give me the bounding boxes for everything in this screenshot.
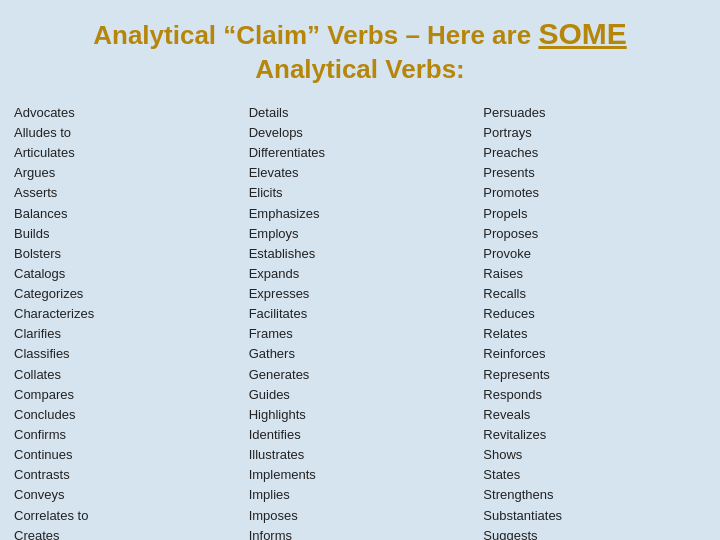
list-item: Raises <box>483 264 706 284</box>
list-item: Concludes <box>14 405 237 425</box>
list-item: Portrays <box>483 123 706 143</box>
list-item: Reveals <box>483 405 706 425</box>
list-item: Establishes <box>249 244 472 264</box>
list-item: Illustrates <box>249 445 472 465</box>
list-item: Informs <box>249 526 472 540</box>
list-item: Reinforces <box>483 344 706 364</box>
column-3: PersuadesPortraysPreachesPresentsPromote… <box>477 101 712 540</box>
column-3-list: PersuadesPortraysPreachesPresentsPromote… <box>483 103 706 540</box>
list-item: Classifies <box>14 344 237 364</box>
column-1-list: AdvocatesAlludes toArticulatesArguesAsse… <box>14 103 237 540</box>
list-item: Shows <box>483 445 706 465</box>
list-item: Implies <box>249 485 472 505</box>
title-line1: Analytical “Claim” Verbs – Here are SOME <box>93 20 626 50</box>
list-item: Details <box>249 103 472 123</box>
list-item: Recalls <box>483 284 706 304</box>
list-item: Collates <box>14 365 237 385</box>
list-item: Imposes <box>249 506 472 526</box>
list-item: Continues <box>14 445 237 465</box>
list-item: Catalogs <box>14 264 237 284</box>
list-item: Facilitates <box>249 304 472 324</box>
list-item: Compares <box>14 385 237 405</box>
list-item: Argues <box>14 163 237 183</box>
list-item: Highlights <box>249 405 472 425</box>
column-1: AdvocatesAlludes toArticulatesArguesAsse… <box>8 101 243 540</box>
list-item: Presents <box>483 163 706 183</box>
list-item: Promotes <box>483 183 706 203</box>
list-item: Bolsters <box>14 244 237 264</box>
list-item: Propels <box>483 204 706 224</box>
header: Analytical “Claim” Verbs – Here are SOME… <box>0 0 720 97</box>
list-item: Provoke <box>483 244 706 264</box>
list-item: Gathers <box>249 344 472 364</box>
list-item: Relates <box>483 324 706 344</box>
list-item: Suggests <box>483 526 706 540</box>
list-item: Substantiates <box>483 506 706 526</box>
list-item: Revitalizes <box>483 425 706 445</box>
list-item: Emphasizes <box>249 204 472 224</box>
column-2-list: DetailsDevelopsDifferentiatesElevatesEli… <box>249 103 472 540</box>
list-item: Differentiates <box>249 143 472 163</box>
list-item: States <box>483 465 706 485</box>
list-item: Categorizes <box>14 284 237 304</box>
list-item: Elevates <box>249 163 472 183</box>
list-item: Employs <box>249 224 472 244</box>
list-item: Clarifies <box>14 324 237 344</box>
title-line2: Analytical Verbs: <box>255 54 465 84</box>
list-item: Elicits <box>249 183 472 203</box>
list-item: Asserts <box>14 183 237 203</box>
list-item: Reduces <box>483 304 706 324</box>
list-item: Advocates <box>14 103 237 123</box>
list-item: Confirms <box>14 425 237 445</box>
list-item: Characterizes <box>14 304 237 324</box>
list-item: Represents <box>483 365 706 385</box>
list-item: Contrasts <box>14 465 237 485</box>
column-2: DetailsDevelopsDifferentiatesElevatesEli… <box>243 101 478 540</box>
page: Analytical “Claim” Verbs – Here are SOME… <box>0 0 720 540</box>
list-item: Implements <box>249 465 472 485</box>
list-item: Develops <box>249 123 472 143</box>
list-item: Expands <box>249 264 472 284</box>
list-item: Balances <box>14 204 237 224</box>
list-item: Strengthens <box>483 485 706 505</box>
list-item: Preaches <box>483 143 706 163</box>
list-item: Proposes <box>483 224 706 244</box>
list-item: Persuades <box>483 103 706 123</box>
list-item: Frames <box>249 324 472 344</box>
page-title: Analytical “Claim” Verbs – Here are SOME… <box>10 14 710 87</box>
list-item: Responds <box>483 385 706 405</box>
list-item: Expresses <box>249 284 472 304</box>
list-item: Correlates to <box>14 506 237 526</box>
list-item: Generates <box>249 365 472 385</box>
title-some: SOME <box>538 17 626 50</box>
list-item: Alludes to <box>14 123 237 143</box>
list-item: Conveys <box>14 485 237 505</box>
list-item: Creates <box>14 526 237 540</box>
list-item: Identifies <box>249 425 472 445</box>
list-item: Guides <box>249 385 472 405</box>
columns-container: AdvocatesAlludes toArticulatesArguesAsse… <box>0 97 720 540</box>
list-item: Articulates <box>14 143 237 163</box>
list-item: Builds <box>14 224 237 244</box>
